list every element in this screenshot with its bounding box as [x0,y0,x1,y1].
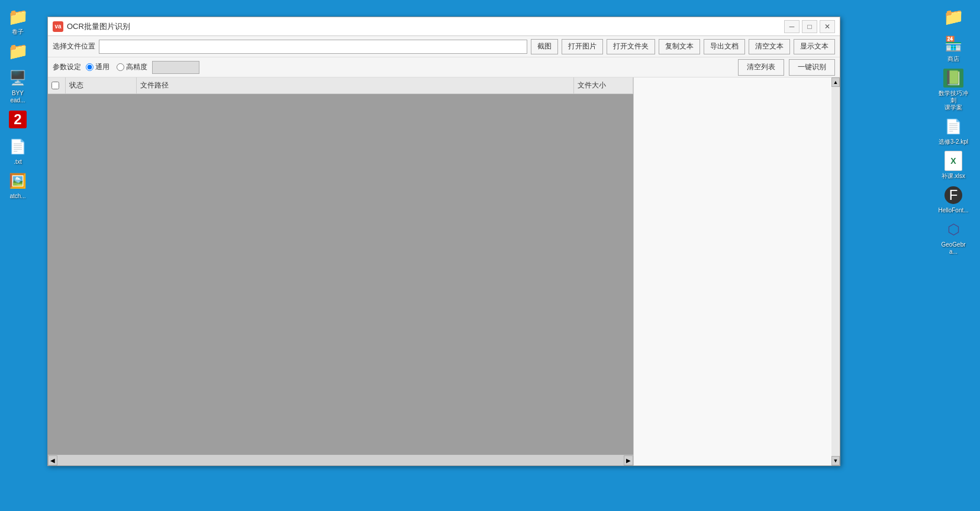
desktop-icon-store[interactable]: 🏪 商店 [938,33,969,63]
params-row: 参数设定 通用 高精度 清空列表 一键识别 [48,57,840,77]
desktop-icon-folder1[interactable]: 📁 卷子 [2,6,33,35]
minimize-button[interactable]: ─ [784,20,800,33]
desktop-icon-label: atch... [9,193,25,200]
table-body [48,94,633,455]
title-bar: va OCR批量图片识别 ─ □ ✕ [48,17,840,36]
desktop-icon-atch[interactable]: 🖼️ atch... [2,170,33,200]
horizontal-scrollbar[interactable]: ◀ ▶ [48,455,633,465]
desktop-icon-kpl[interactable]: 📄 选修3-2.kpl [938,116,969,145]
clear-list-button[interactable]: 清空列表 [738,59,784,76]
radio-group: 通用 高精度 [86,62,147,72]
params-label: 参数设定 [53,62,81,72]
vertical-scrollbar[interactable]: ▲ ▼ [831,77,840,465]
main-content: 状态 文件路径 文件大小 ◀ ▶ ▲ ▼ [48,77,840,465]
params-text-input[interactable] [152,61,199,74]
open-image-button[interactable]: 打开图片 [562,39,603,54]
clear-text-button[interactable]: 清空文本 [749,39,790,54]
desktop-icon-label: 卷子 [12,28,24,35]
select-all-checkbox[interactable] [51,82,59,89]
th-path: 文件路径 [137,77,574,93]
radio-normal-input[interactable] [86,63,94,71]
maximize-button[interactable]: □ [802,20,817,33]
th-checkbox [48,77,66,93]
scroll-track[interactable] [57,455,624,465]
table-header: 状态 文件路径 文件大小 [48,77,633,94]
copy-text-button[interactable]: 复制文本 [659,39,700,54]
radio-high-label: 高精度 [126,62,147,72]
scroll-down-arrow[interactable]: ▼ [831,456,840,465]
app-icon: va [53,21,63,32]
desktop-icon-folder-top-right[interactable]: 📁 [938,6,969,28]
desktop-icon-label: BYYead... [10,90,25,104]
desktop-right-icons: 📁 🏪 商店 📗 数学技巧冲刺课学案 📄 选修3-2.kpl X 补课.xlsx… [927,0,980,511]
desktop-icon-xlsx[interactable]: X 补课.xlsx [938,150,969,180]
main-window: va OCR批量图片识别 ─ □ ✕ 选择文件位置 截图 打开图片 打开文件夹 … [47,17,840,466]
toolbar: 选择文件位置 截图 打开图片 打开文件夹 复制文本 导出文档 清空文本 显示文本 [48,36,840,57]
one-click-button[interactable]: 一键识别 [789,59,835,76]
desktop-icon-byy[interactable]: 🖥️ BYYead... [2,67,33,104]
file-location-input[interactable] [99,40,527,54]
open-folder-button[interactable]: 打开文件夹 [607,39,655,54]
export-doc-button[interactable]: 导出文档 [704,39,745,54]
desktop-icon-folder2[interactable]: 📁 [2,40,33,63]
screenshot-button[interactable]: 截图 [531,39,558,54]
th-size: 文件大小 [574,77,633,93]
text-panel: ▲ ▼ [634,77,840,465]
file-location-label: 选择文件位置 [53,41,95,51]
desktop-icon-math[interactable]: 📗 数学技巧冲刺课学案 [938,67,969,111]
scroll-v-track [831,87,840,456]
window-title: OCR批量图片识别 [67,21,784,32]
close-button[interactable]: ✕ [820,20,835,33]
show-text-button[interactable]: 显示文本 [794,39,835,54]
desktop-icon-font[interactable]: F HelloFont... [938,185,969,214]
desktop-icon-txt[interactable]: 📄 .txt [2,136,33,166]
scroll-up-arrow[interactable]: ▲ [831,77,840,87]
radio-high-input[interactable] [117,63,124,71]
scroll-left-arrow[interactable]: ◀ [48,455,57,465]
radio-normal-label: 通用 [95,62,109,72]
radio-high-item[interactable]: 高精度 [117,62,147,72]
desktop-icon-img1[interactable]: 2 [2,109,33,131]
scroll-right-arrow[interactable]: ▶ [624,455,633,465]
th-status: 状态 [66,77,137,93]
desktop-left-icons: 📁 卷子 📁 🖥️ BYYead... 2 📄 .txt 🖼️ atch... [0,0,36,511]
desktop-icon-label: .txt [14,159,21,166]
desktop-icon-geogebra[interactable]: ⬡ GeoGebra... [938,219,969,256]
radio-normal-item[interactable]: 通用 [86,62,109,72]
file-list-panel: 状态 文件路径 文件大小 ◀ ▶ [48,77,634,465]
window-controls: ─ □ ✕ [784,20,835,33]
ocr-text-area[interactable] [634,77,840,465]
